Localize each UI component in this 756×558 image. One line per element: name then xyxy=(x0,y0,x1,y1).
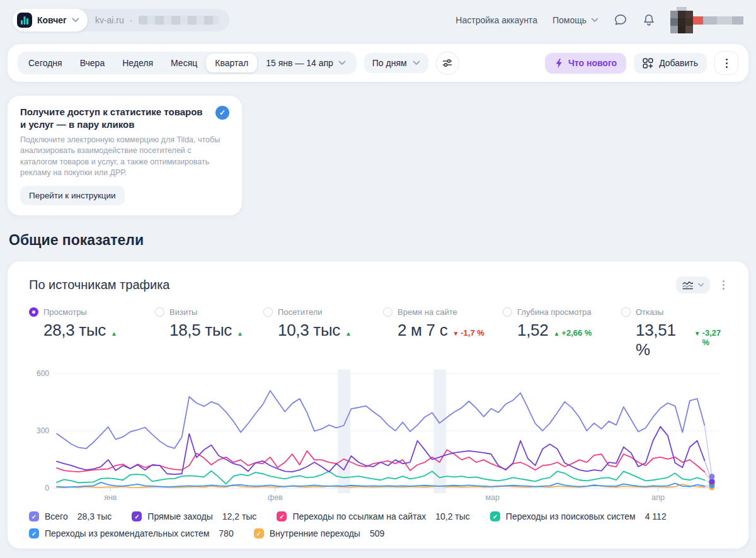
period-week[interactable]: Неделя xyxy=(113,54,162,72)
chevron-down-icon xyxy=(413,60,420,65)
add-widget-label: Добавить xyxy=(659,58,698,68)
promo-instruction-button[interactable]: Перейти к инструкции xyxy=(20,186,125,205)
metric-delta: ▼-3,27 % xyxy=(694,328,727,347)
lightning-icon xyxy=(554,58,563,69)
legend-item[interactable]: ✓Переходы по ссылкам на сайтах10,2 тыс xyxy=(277,511,469,521)
legend-value: 28,3 тыс xyxy=(77,511,112,521)
legend-item[interactable]: ✓Внутренние переходы509 xyxy=(254,528,385,538)
legend-item[interactable]: ✓Всего28,3 тыс xyxy=(29,511,112,521)
legend-item[interactable]: ✓Переходы из поисковых систем4 112 xyxy=(490,511,667,521)
granularity-label: По дням xyxy=(372,58,407,68)
metric-label: Просмотры xyxy=(43,307,87,317)
legend-value: 4 112 xyxy=(645,511,667,521)
metric-delta: ▲ xyxy=(345,330,353,337)
legend-value: 780 xyxy=(219,528,233,538)
filter-toolbar: Сегодня Вчера Неделя Месяц Квартал 15 ян… xyxy=(8,44,748,82)
metric-depth[interactable]: Глубина просмотра 1,52▲+2,66 % xyxy=(503,307,621,360)
metric-value: 1,52 xyxy=(517,321,548,340)
promo-card: Получите доступ к статистике товаров и у… xyxy=(8,96,242,215)
period-segmented-control: Сегодня Вчера Неделя Месяц Квартал 15 ян… xyxy=(18,52,357,74)
toolbar-more-button[interactable] xyxy=(714,51,738,75)
redacted-counter-id xyxy=(139,16,219,25)
card-title: По источникам трафика xyxy=(29,278,169,292)
traffic-sources-card: По источникам трафика Просмотры 28,3 тыс… xyxy=(8,261,748,549)
chat-bubble-icon[interactable] xyxy=(614,13,627,27)
site-domain: kv-ai.ru xyxy=(95,15,124,25)
legend-row: ✓Переходы из рекомендательных систем780✓… xyxy=(29,528,727,538)
top-bar: Ковчег kv-ai.ru · Настройка аккаунта Пом… xyxy=(0,0,756,38)
metric-delta: ▼-1,7 % xyxy=(452,328,484,338)
legend-label: Всего xyxy=(45,511,68,521)
top-bar-right: Настройка аккаунта Помощь xyxy=(455,7,743,33)
legend-checkbox[interactable]: ✓ xyxy=(29,511,39,521)
account-settings-label: Настройка аккаунта xyxy=(455,15,537,25)
period-today[interactable]: Сегодня xyxy=(20,54,71,72)
metric-radio[interactable] xyxy=(155,307,164,317)
metric-value: 13,51 % xyxy=(636,321,689,360)
chevron-down-icon xyxy=(591,18,598,23)
legend-label: Переходы из поисковых систем xyxy=(506,511,636,521)
metric-radio[interactable] xyxy=(383,307,392,317)
legend-label: Переходы по ссылкам на сайтах xyxy=(292,511,426,521)
legend-checkbox[interactable]: ✓ xyxy=(277,511,287,521)
svg-text:апр: апр xyxy=(651,493,665,502)
metric-radio[interactable] xyxy=(503,307,512,317)
metric-value: 28,3 тыс xyxy=(43,321,106,340)
legend-checkbox[interactable]: ✓ xyxy=(490,511,500,521)
svg-text:янв: янв xyxy=(104,493,117,502)
metric-bounces[interactable]: Отказы 13,51 %▼-3,27 % xyxy=(621,307,727,360)
date-range-picker[interactable]: 15 янв — 14 апр xyxy=(257,54,355,72)
legend-label: Переходы из рекомендательных систем xyxy=(45,528,209,538)
check-circle-icon: ✓ xyxy=(215,106,229,120)
granularity-select[interactable]: По дням xyxy=(364,53,428,73)
metric-label: Визиты xyxy=(169,307,197,317)
chart-type-select[interactable] xyxy=(676,276,710,293)
metric-radio[interactable] xyxy=(29,307,38,317)
counter-site[interactable]: kv-ai.ru · xyxy=(88,15,229,25)
whats-new-button[interactable]: Что нового xyxy=(545,53,626,74)
legend-value: 509 xyxy=(370,528,384,538)
user-account[interactable] xyxy=(670,7,743,33)
metric-time-on-site[interactable]: Время на сайте 2 м 7 с▼-1,7 % xyxy=(383,307,503,360)
period-yesterday[interactable]: Вчера xyxy=(71,54,114,72)
svg-text:мар: мар xyxy=(486,493,500,502)
metric-visits[interactable]: Визиты 18,5 тыс▲ xyxy=(155,307,263,360)
segments-filter-button[interactable] xyxy=(436,52,459,75)
metric-label: Отказы xyxy=(636,307,663,317)
metric-views[interactable]: Просмотры 28,3 тыс▲ xyxy=(29,307,155,360)
legend-checkbox[interactable]: ✓ xyxy=(254,528,264,538)
traffic-line-chart[interactable]: 0300600янвфевмарапр xyxy=(29,370,728,504)
metric-delta: ▲ xyxy=(237,330,245,337)
account-settings-link[interactable]: Настройка аккаунта xyxy=(455,15,537,25)
legend-checkbox[interactable]: ✓ xyxy=(132,511,142,521)
period-month[interactable]: Месяц xyxy=(162,54,206,72)
svg-text:0: 0 xyxy=(45,484,49,493)
legend-checkbox[interactable]: ✓ xyxy=(29,528,39,538)
counter-selector[interactable]: Ковчег xyxy=(13,9,88,31)
card-more-button[interactable] xyxy=(720,278,727,292)
help-menu[interactable]: Помощь xyxy=(553,15,598,25)
help-label: Помощь xyxy=(553,15,587,25)
legend-item[interactable]: ✓Переходы из рекомендательных систем780 xyxy=(29,528,234,538)
metric-radio[interactable] xyxy=(263,307,273,317)
period-quarter[interactable]: Квартал xyxy=(206,54,257,72)
svg-text:фев: фев xyxy=(268,493,283,502)
legend-label: Прямые заходы xyxy=(147,511,212,521)
legend-value: 12,2 тыс xyxy=(222,511,257,521)
metric-label: Глубина просмотра xyxy=(517,307,592,317)
add-widget-button[interactable]: Добавить xyxy=(634,53,707,74)
metric-label: Время на сайте xyxy=(398,307,457,317)
svg-text:600: 600 xyxy=(37,370,49,378)
date-range-label: 15 янв — 14 апр xyxy=(266,58,333,68)
chevron-down-icon xyxy=(72,18,79,23)
avatar xyxy=(670,11,693,33)
legend-item[interactable]: ✓Прямые заходы12,2 тыс xyxy=(132,511,256,521)
notifications-bell-icon[interactable] xyxy=(643,13,655,27)
chevron-down-icon xyxy=(338,60,346,65)
metric-radio[interactable] xyxy=(621,307,631,317)
chart-legend: ✓Всего28,3 тыс✓Прямые заходы12,2 тыс✓Пер… xyxy=(29,511,727,538)
metric-visitors[interactable]: Посетители 10,3 тыс▲ xyxy=(263,307,383,360)
page-title: Общие показатели xyxy=(9,232,756,249)
add-widget-icon xyxy=(643,58,653,69)
metric-label: Посетители xyxy=(278,307,323,317)
